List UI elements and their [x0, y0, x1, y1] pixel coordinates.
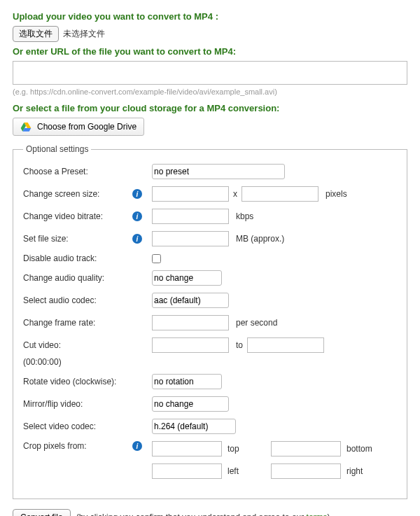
cut-video-label: Cut video: [23, 340, 61, 350]
cut-format-note: (00:00:00) [23, 357, 397, 367]
disable-audio-label: Disable audio track: [23, 253, 97, 263]
screen-width-input[interactable] [152, 186, 229, 202]
x-separator: x [233, 189, 237, 199]
cut-separator: to [236, 340, 243, 350]
crop-top-label: top [227, 444, 265, 454]
url-heading: Or enter URL of the file you want to con… [13, 46, 407, 57]
filesize-input[interactable] [152, 231, 229, 246]
video-codec-select[interactable]: h.264 (default) [152, 419, 236, 434]
crop-left-input[interactable] [152, 463, 222, 479]
audio-codec-select[interactable]: aac (default) [152, 293, 229, 308]
row-bitrate: Change video bitrate: i kbps [23, 209, 397, 224]
crop-right-input[interactable] [271, 463, 341, 479]
crop-bottom-label: bottom [346, 444, 384, 454]
video-codec-label: Select video codec: [23, 421, 96, 431]
crop-left-label: left [227, 466, 265, 476]
file-status-text: 未选择文件 [63, 28, 105, 40]
crop-right-label: right [346, 466, 384, 476]
url-hint: (e.g. https://cdn.online-convert.com/exa… [13, 88, 407, 96]
row-cut-video: Cut video: to [23, 337, 397, 353]
optional-settings-legend: Optional settings [23, 144, 91, 154]
disclaimer-prefix: (by clicking you confirm that you unders… [76, 512, 307, 516]
row-disable-audio: Disable audio track: [23, 253, 397, 263]
row-audio-codec: Select audio codec: aac (default) [23, 293, 397, 308]
row-audio-quality: Change audio quality: no change [23, 270, 397, 286]
row-filesize: Set file size: i MB (approx.) [23, 231, 397, 246]
info-icon[interactable]: i [132, 211, 142, 221]
disclaimer-suffix: ) [328, 512, 330, 516]
choose-file-button[interactable]: 选取文件 [13, 26, 59, 42]
row-crop: Crop pixels from: i top bottom left righ… [23, 441, 397, 479]
row-rotate: Rotate video (clockwise): no rotation [23, 374, 397, 389]
optional-settings-fieldset: Optional settings Choose a Preset: no pr… [13, 144, 407, 499]
frame-rate-unit: per second [236, 318, 277, 328]
rotate-select[interactable]: no rotation [152, 374, 222, 389]
frame-rate-input[interactable] [152, 315, 229, 330]
info-icon[interactable]: i [132, 441, 142, 451]
crop-label: Crop pixels from: [23, 441, 87, 451]
cloud-heading: Or select a file from your cloud storage… [13, 103, 407, 113]
upload-heading: Upload your video you want to convert to… [13, 11, 407, 22]
crop-grid: top bottom left right [152, 441, 384, 479]
google-drive-button[interactable]: Choose from Google Drive [13, 118, 144, 136]
url-input[interactable] [13, 61, 407, 85]
filesize-unit: MB (approx.) [236, 234, 284, 244]
bitrate-label: Change video bitrate: [23, 211, 103, 221]
disable-audio-checkbox[interactable] [152, 254, 161, 263]
row-preset: Choose a Preset: no preset [23, 164, 397, 179]
row-screen-size: Change screen size: i x pixels [23, 186, 397, 202]
disclaimer-text: (by clicking you confirm that you unders… [76, 512, 330, 516]
convert-file-button[interactable]: Convert file [13, 509, 71, 516]
preset-select[interactable]: no preset [152, 164, 285, 179]
preset-label: Choose a Preset: [23, 167, 88, 176]
info-icon[interactable]: i [132, 234, 142, 244]
bitrate-unit: kbps [236, 211, 253, 221]
audio-quality-select[interactable]: no change [152, 270, 222, 286]
audio-quality-label: Change audio quality: [23, 273, 104, 283]
google-drive-label: Choose from Google Drive [37, 122, 136, 132]
google-drive-icon [20, 121, 31, 132]
row-mirror: Mirror/flip video: no change [23, 396, 397, 412]
convert-row: Convert file (by clicking you confirm th… [13, 509, 407, 516]
info-icon[interactable]: i [132, 189, 142, 199]
row-video-codec: Select video codec: h.264 (default) [23, 419, 397, 434]
mirror-select[interactable]: no change [152, 396, 229, 412]
frame-rate-label: Change frame rate: [23, 318, 95, 328]
cut-from-input[interactable] [152, 337, 229, 353]
filesize-label: Set file size: [23, 234, 69, 244]
crop-top-input[interactable] [152, 441, 222, 456]
screen-size-unit: pixels [326, 189, 347, 199]
rotate-label: Rotate video (clockwise): [23, 377, 116, 386]
screen-size-label: Change screen size: [23, 189, 99, 199]
terms-link[interactable]: terms [307, 512, 328, 516]
mirror-label: Mirror/flip video: [23, 399, 83, 409]
row-frame-rate: Change frame rate: per second [23, 315, 397, 330]
audio-codec-label: Select audio codec: [23, 295, 97, 305]
screen-height-input[interactable] [241, 186, 318, 202]
file-input-row: 选取文件 未选择文件 [13, 26, 407, 42]
bitrate-input[interactable] [152, 209, 229, 224]
crop-bottom-input[interactable] [271, 441, 341, 456]
cut-to-input[interactable] [247, 337, 324, 353]
